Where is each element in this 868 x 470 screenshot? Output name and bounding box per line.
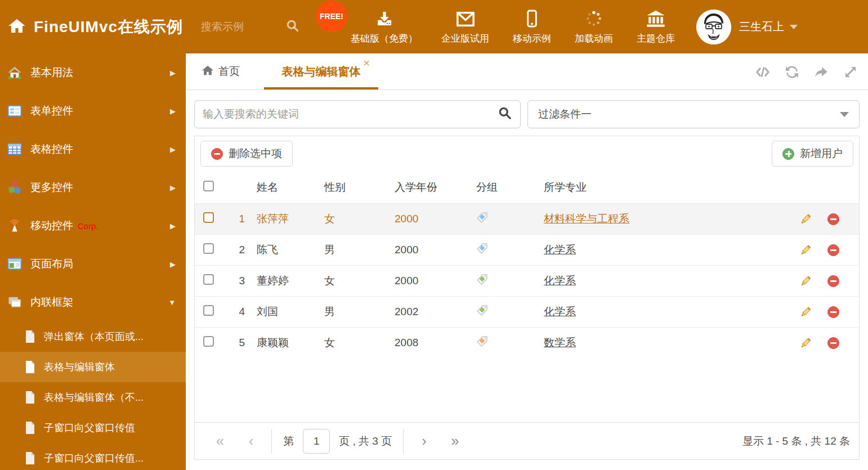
keyword-search-input[interactable] <box>203 108 498 120</box>
row-number: 5 <box>223 337 248 349</box>
row-number: 3 <box>223 275 248 287</box>
row-checkbox[interactable] <box>203 243 214 254</box>
first-page-button[interactable]: « <box>204 433 236 449</box>
sidebar-child-popup-window[interactable]: 弹出窗体（本页面或... <box>0 321 186 352</box>
nav-item-mobile-demo[interactable]: 移动示例 <box>513 8 551 45</box>
sidebar-item-mobile-controls[interactable]: 移动控件 Corp. ▶ <box>0 207 186 245</box>
file-icon <box>24 360 36 374</box>
row-checkbox[interactable] <box>203 212 214 223</box>
expand-icon[interactable] <box>843 65 858 79</box>
user-name[interactable]: 三生石上 <box>739 19 798 34</box>
search-icon[interactable] <box>498 106 512 123</box>
sidebar-item-label: 基本用法 <box>30 65 73 80</box>
sidebar-child-child-to-parent[interactable]: 子窗口向父窗口传值 <box>0 413 186 443</box>
row-number: 2 <box>223 244 248 256</box>
avatar[interactable] <box>696 10 731 44</box>
sidebar-child-grid-edit-window[interactable]: 表格与编辑窗体 <box>0 352 186 382</box>
cell-gender: 男 <box>319 305 389 319</box>
major-link[interactable]: 化学系 <box>544 244 576 256</box>
app-logo[interactable]: FineUIMvc在线示例 <box>8 16 183 38</box>
delete-icon[interactable] <box>827 337 839 349</box>
chevron-right-icon: ▶ <box>170 183 176 192</box>
plus-circle-icon <box>782 148 794 160</box>
antenna-icon <box>7 218 23 234</box>
delete-icon[interactable] <box>827 244 839 256</box>
select-all-checkbox[interactable] <box>203 181 214 191</box>
tag-icon <box>476 305 488 316</box>
edit-icon[interactable] <box>799 213 812 225</box>
next-page-button[interactable]: › <box>409 433 439 449</box>
tab-grid-edit-window[interactable]: 表格与编辑窗体 ✕ <box>264 53 378 89</box>
bank-icon <box>646 8 665 28</box>
delete-icon[interactable] <box>827 275 839 287</box>
table-row[interactable]: 5 康颖颖 女 2008 数学系 <box>195 327 859 358</box>
nav-item-label: 主题仓库 <box>637 32 675 45</box>
divider <box>271 429 272 454</box>
delete-selected-button[interactable]: 删除选中项 <box>200 141 293 167</box>
row-number: 4 <box>223 306 248 318</box>
search-icon[interactable] <box>285 19 300 35</box>
sidebar-child-child-to-parent-alt[interactable]: 子窗口向父窗口传值... <box>0 443 186 470</box>
tab-home[interactable]: 首页 <box>202 53 240 89</box>
row-checkbox[interactable] <box>203 274 214 285</box>
nav-item-enterprise-trial[interactable]: 企业版试用 <box>441 8 489 45</box>
tab-active-label: 表格与编辑窗体 <box>282 64 361 79</box>
column-header-major[interactable]: 所学专业 <box>538 180 791 195</box>
code-icon[interactable] <box>755 65 770 79</box>
filter-dropdown[interactable]: 过滤条件一 <box>527 100 860 128</box>
user-menu[interactable]: 三生石上 <box>696 10 798 44</box>
table-row[interactable]: 2 陈飞 男 2000 化学系 <box>195 234 859 265</box>
cell-year: 2002 <box>389 306 471 318</box>
sidebar-item-basic-usage[interactable]: 基本用法 ▶ <box>0 53 186 92</box>
column-header-gender[interactable]: 性别 <box>319 180 389 195</box>
add-user-button[interactable]: 新增用户 <box>772 141 853 167</box>
table-row[interactable]: 1 张萍萍 女 2000 材料科学与工程系 <box>195 203 859 234</box>
prev-page-button[interactable]: ‹ <box>236 433 266 449</box>
header-nav: FREE! 基础版（免费） 企业版试用 移动示例 加载动画 <box>351 8 675 45</box>
nav-item-loading-animation[interactable]: 加载动画 <box>575 8 613 45</box>
table-row[interactable]: 4 刘国 男 2002 化学系 <box>195 296 859 327</box>
row-checkbox[interactable] <box>203 305 214 316</box>
sidebar-item-page-layout[interactable]: 页面布局 ▶ <box>0 245 186 283</box>
major-link[interactable]: 材料科学与工程系 <box>544 213 629 225</box>
edit-icon[interactable] <box>799 244 812 256</box>
sidebar-item-form-controls[interactable]: 表单控件 ▶ <box>0 92 186 130</box>
nav-item-basic-free[interactable]: FREE! 基础版（免费） <box>351 8 418 45</box>
header-search-input[interactable] <box>201 21 285 33</box>
delete-icon[interactable] <box>827 213 839 225</box>
app-header: FineUIMvc在线示例 FREE! 基础版（免费） 企业版试用 移动示例 <box>0 0 868 53</box>
chevron-right-icon: ▶ <box>170 69 176 77</box>
page-number-input[interactable] <box>303 429 330 454</box>
column-header-group[interactable]: 分组 <box>471 180 538 195</box>
major-link[interactable]: 数学系 <box>544 337 576 348</box>
chevron-down-icon <box>790 25 798 29</box>
edit-icon[interactable] <box>799 275 812 287</box>
major-link[interactable]: 化学系 <box>544 275 576 287</box>
sidebar-item-grid-controls[interactable]: 表格控件 ▶ <box>0 130 186 168</box>
chevron-down-icon <box>840 112 849 117</box>
cubes-icon <box>7 180 23 195</box>
tab-toolbar <box>755 53 858 90</box>
row-checkbox[interactable] <box>203 336 214 347</box>
main-area: 首页 表格与编辑窗体 ✕ <box>186 53 868 470</box>
sidebar-child-grid-edit-window-alt[interactable]: 表格与编辑窗体（不... <box>0 382 186 413</box>
chevron-right-icon: ▶ <box>170 260 176 268</box>
file-icon <box>24 451 36 465</box>
close-icon[interactable]: ✕ <box>363 58 370 69</box>
column-header-name[interactable]: 姓名 <box>248 180 319 195</box>
last-page-button[interactable]: » <box>439 433 472 449</box>
refresh-icon[interactable] <box>785 65 799 79</box>
delete-icon[interactable] <box>827 306 839 318</box>
mobile-icon <box>526 8 538 28</box>
column-header-year[interactable]: 入学年份 <box>389 180 471 195</box>
table-row[interactable]: 3 董婷婷 女 2000 化学系 <box>195 265 859 296</box>
share-icon[interactable] <box>814 65 829 79</box>
sidebar-item-more-controls[interactable]: 更多控件 ▶ <box>0 168 186 207</box>
sidebar-item-inline-frame[interactable]: 内联框架 ▼ <box>0 283 186 321</box>
cell-year: 2008 <box>389 337 471 349</box>
edit-icon[interactable] <box>799 337 812 349</box>
edit-icon[interactable] <box>799 306 812 318</box>
major-link[interactable]: 化学系 <box>544 306 576 317</box>
table-icon <box>7 141 23 157</box>
nav-item-theme-repo[interactable]: 主题仓库 <box>637 8 675 45</box>
